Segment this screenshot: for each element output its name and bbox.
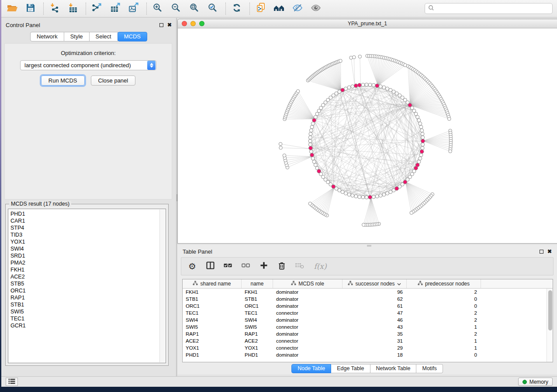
column-label: MCDS role	[298, 281, 324, 287]
close-panel-icon[interactable]: ✖	[167, 23, 172, 27]
houses-icon	[273, 3, 285, 15]
network-window: YPA_prune.txt_1	[177, 19, 557, 244]
cell-shared-name: ORC1	[183, 303, 242, 309]
zoom-out-button[interactable]	[170, 2, 183, 15]
search-input[interactable]	[436, 4, 552, 13]
save-session-button[interactable]	[24, 2, 37, 15]
show-columns-button[interactable]	[205, 261, 215, 271]
deselect-all-button[interactable]	[241, 261, 251, 271]
tab-select[interactable]: Select	[90, 32, 118, 41]
table-row[interactable]: PHD1PHD1dominator180	[183, 351, 547, 358]
mcds-result-item[interactable]: PHD1	[10, 210, 166, 217]
mcds-result-listbox: PHD1CAR1STP4TID3YOX1SWI4SRD1PMA2FKH1ACE2…	[8, 209, 166, 363]
mcds-result-item[interactable]: SRD1	[10, 252, 166, 259]
mcds-result-item[interactable]: SWI4	[10, 245, 166, 252]
close-panel-button[interactable]: Close panel	[91, 76, 136, 86]
mcds-result-item[interactable]: ACE2	[10, 273, 166, 280]
add-column-button[interactable]	[259, 261, 269, 271]
tab-network-table[interactable]: Network Table	[370, 364, 417, 373]
first-neighbors-button[interactable]	[273, 2, 286, 15]
criterion-selected-value: largest connected component (undirected)	[21, 62, 147, 69]
import-table-button[interactable]	[66, 2, 80, 15]
cell-name: YOX1	[242, 344, 273, 351]
memory-button[interactable]: Memory	[518, 378, 553, 386]
attribute-tree-icon	[418, 281, 423, 287]
column-label: predecessor nodes	[425, 281, 470, 287]
export-table-button[interactable]	[109, 2, 122, 15]
refresh-icon	[232, 3, 242, 15]
open-file-button[interactable]	[6, 2, 19, 15]
tab-mcds[interactable]: MCDS	[118, 32, 147, 41]
table-settings-button[interactable]: ⚙	[187, 261, 197, 271]
table-row[interactable]: TEC1TEC1connector472	[183, 309, 547, 316]
toolbar-separator	[225, 3, 226, 15]
table-scrollbar[interactable]	[547, 289, 553, 362]
table-scrollbar-thumb[interactable]	[548, 290, 552, 330]
column-header-successor-nodes[interactable]: successor nodes	[343, 279, 407, 288]
new-network-from-selection-button[interactable]	[254, 2, 267, 15]
network-window-title: YPA_prune.txt_1	[178, 21, 557, 27]
tab-network[interactable]: Network	[30, 32, 64, 41]
mcds-result-item[interactable]: PMA2	[10, 259, 166, 266]
mcds-result-item[interactable]: STP4	[10, 224, 166, 231]
refresh-view-button[interactable]	[230, 2, 243, 15]
table-row[interactable]: FKH1FKH1dominator962	[183, 289, 547, 296]
export-image-button[interactable]	[127, 2, 140, 15]
network-canvas[interactable]	[178, 28, 557, 243]
mcds-result-item[interactable]: TID3	[10, 231, 166, 238]
run-mcds-button[interactable]: Run MCDS	[41, 76, 85, 86]
table-row[interactable]: RAP1RAP1dominator352	[183, 330, 547, 337]
desktop: { "toolbar": { "search_placeholder": "",…	[0, 0, 557, 392]
import-network-button[interactable]	[48, 2, 61, 15]
table-row[interactable]: SWI4SWI4dominator462	[183, 316, 547, 323]
column-header-shared-name[interactable]: shared name	[183, 279, 242, 288]
criterion-select[interactable]: largest connected component (undirected)	[20, 60, 156, 70]
result-scrollbar[interactable]	[159, 210, 165, 362]
select-all-button[interactable]	[223, 261, 233, 271]
column-header-predecessor-nodes[interactable]: predecessor nodes	[407, 279, 481, 288]
mcds-result-item[interactable]: SWI5	[10, 308, 166, 315]
hide-selected-button[interactable]	[291, 2, 304, 15]
sort-descending-icon[interactable]	[397, 281, 401, 287]
table-row[interactable]: STB1STB1dominator620	[183, 296, 547, 303]
delete-column-button[interactable]	[277, 261, 287, 271]
table-row[interactable]: SWI5SWI5connector431	[183, 323, 547, 330]
close-table-panel-icon[interactable]: ✖	[547, 249, 552, 254]
cell-mcds-role: dominator	[273, 289, 343, 296]
network-window-titlebar[interactable]: YPA_prune.txt_1	[178, 19, 557, 28]
zoom-selected-button[interactable]	[206, 2, 219, 15]
show-panel-list-button[interactable]	[6, 378, 18, 386]
trash-icon	[278, 261, 286, 272]
float-panel-icon[interactable]	[159, 23, 163, 27]
mcds-result-item[interactable]: STB1	[10, 301, 166, 308]
clone-network-icon	[256, 3, 266, 15]
table-row[interactable]: ACE2ACE2connector311	[183, 337, 547, 344]
mcds-result-item[interactable]: GCR1	[10, 322, 166, 329]
deselect-all-icon	[242, 262, 250, 270]
tab-style[interactable]: Style	[64, 32, 90, 41]
cell-successor-nodes: 18	[343, 351, 407, 358]
tab-motifs[interactable]: Motifs	[416, 364, 443, 373]
export-network-button[interactable]	[90, 2, 104, 15]
tab-node-table[interactable]: Node Table	[291, 364, 331, 373]
float-table-panel-icon[interactable]	[540, 250, 543, 254]
table-row[interactable]: ORC1ORC1dominator610	[183, 303, 547, 309]
cell-predecessor-nodes: 0	[407, 303, 481, 309]
table-row[interactable]: YOX1YOX1connector291	[183, 344, 547, 351]
show-all-button[interactable]	[309, 2, 322, 15]
control-panel: Control Panel ✖ NetworkStyleSelectMCDS O…	[1, 18, 176, 376]
tab-edge-table[interactable]: Edge Table	[331, 364, 370, 373]
column-header-name[interactable]: name	[242, 279, 273, 288]
zoom-fit-button[interactable]	[188, 2, 201, 15]
mcds-result-item[interactable]: FKH1	[10, 266, 166, 273]
mcds-result-item[interactable]: STB5	[10, 280, 166, 287]
zoom-in-button[interactable]	[151, 2, 164, 15]
column-header-mcds-role[interactable]: MCDS role	[273, 279, 343, 288]
cell-successor-nodes: 46	[343, 316, 407, 323]
mcds-result-item[interactable]: ORC1	[10, 287, 166, 294]
mcds-result-item[interactable]: CAR1	[10, 217, 166, 224]
mcds-result-item[interactable]: YOX1	[10, 238, 166, 245]
mcds-result-item[interactable]: TEC1	[10, 315, 166, 322]
cell-mcds-role: dominator	[273, 296, 343, 303]
mcds-result-item[interactable]: RAP1	[10, 294, 166, 301]
